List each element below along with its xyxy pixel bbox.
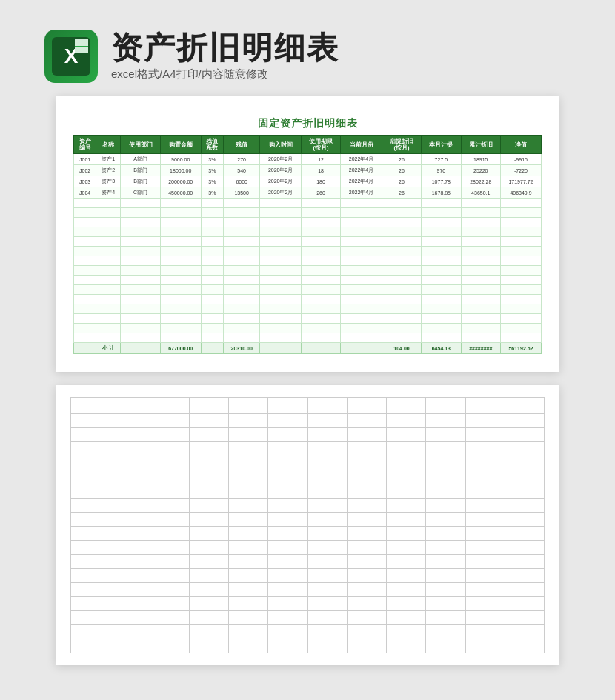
col-header-date: 购入时间: [260, 136, 302, 154]
col-header-cumulative: 累计折旧: [461, 136, 500, 154]
col-header-monthly: 本月计提: [422, 136, 461, 154]
blank-document: [56, 385, 559, 665]
empty-row: [74, 247, 542, 256]
empty-row: [74, 295, 542, 304]
excel-grid: [75, 39, 88, 53]
blank-table-row: [71, 484, 545, 499]
col-header-name: 名称: [96, 136, 121, 154]
blank-table-row: [71, 428, 545, 442]
blank-table-row: [71, 625, 545, 639]
empty-row: [74, 208, 542, 218]
col-header-net: 净值: [500, 136, 541, 154]
empty-row: [74, 333, 542, 343]
empty-row: [74, 304, 542, 314]
table-row: J002资产2B部门18000.003%5402020年2月182022年4月2…: [74, 165, 542, 176]
empty-row: [74, 324, 542, 333]
blank-table-row: [71, 414, 545, 428]
empty-row: [74, 314, 542, 324]
empty-row: [74, 227, 542, 237]
blank-table-row: [71, 583, 545, 597]
col-header-id: 资产编号: [74, 136, 96, 154]
col-header-purchase: 购置金额: [160, 136, 201, 154]
table-row: J004资产4C部门450000.003%135002020年2月2602022…: [74, 187, 542, 199]
header-text: 资产折旧明细表 excel格式/A4打印/内容随意修改: [111, 31, 339, 81]
summary-row: 小 计677000.0020310.00104.006454.13#######…: [74, 343, 542, 354]
excel-icon: X: [44, 30, 98, 83]
empty-row: [74, 266, 542, 276]
empty-row: [74, 199, 542, 208]
page-wrapper: X 资产折旧明细表 excel格式/A4打印/内容随意修改 固定资产折旧明细表 …: [0, 15, 615, 700]
blank-table-row: [71, 541, 545, 555]
empty-row: [74, 285, 542, 295]
blank-table: [70, 397, 545, 653]
empty-row: [74, 256, 542, 266]
asset-table: 资产编号 名称 使用部门 购置金额 残值系数 残值 购入时间 使用期限(按月) …: [73, 135, 542, 354]
blank-table-row: [71, 611, 545, 625]
empty-row: [74, 276, 542, 285]
col-header-start-month: 启提折旧(按月): [382, 136, 421, 154]
col-header-current-month: 当前月份: [341, 136, 382, 154]
blank-table-row: [71, 470, 545, 484]
blank-table-row: [71, 555, 545, 569]
blank-table-row: [71, 639, 545, 653]
col-header-period: 使用期限(按月): [301, 136, 340, 154]
col-header-dept: 使用部门: [121, 136, 160, 154]
excel-icon-inner: X: [52, 37, 90, 76]
empty-row: [74, 237, 542, 247]
blank-table-row: [71, 597, 545, 611]
blank-table-row: [71, 499, 545, 513]
empty-row: [74, 218, 542, 227]
blank-table-row: [71, 569, 545, 583]
table-row: J001资产1A部门9000.003%2702020年2月122022年4月26…: [74, 154, 542, 165]
page-title: 资产折旧明细表: [111, 31, 339, 65]
document-title: 固定资产折旧明细表: [73, 117, 542, 130]
blank-table-row: [71, 527, 545, 541]
header: X 资产折旧明细表 excel格式/A4打印/内容随意修改: [0, 30, 339, 83]
blank-table-row: [71, 398, 545, 414]
table-header-row: 资产编号 名称 使用部门 购置金额 残值系数 残值 购入时间 使用期限(按月) …: [74, 136, 542, 154]
blank-table-row: [71, 513, 545, 527]
blank-table-row: [71, 456, 545, 470]
table-row: J003资产3B部门200000.003%60002020年2月1802022年…: [74, 176, 542, 187]
blank-table-row: [71, 442, 545, 456]
main-document: 固定资产折旧明细表 资产编号 名称 使用部门 购置金额 残值系数 残值 购入时间…: [56, 96, 559, 372]
col-header-residual: 残值: [224, 136, 260, 154]
col-header-residual-rate: 残值系数: [201, 136, 223, 154]
page-subtitle: excel格式/A4打印/内容随意修改: [111, 67, 339, 81]
